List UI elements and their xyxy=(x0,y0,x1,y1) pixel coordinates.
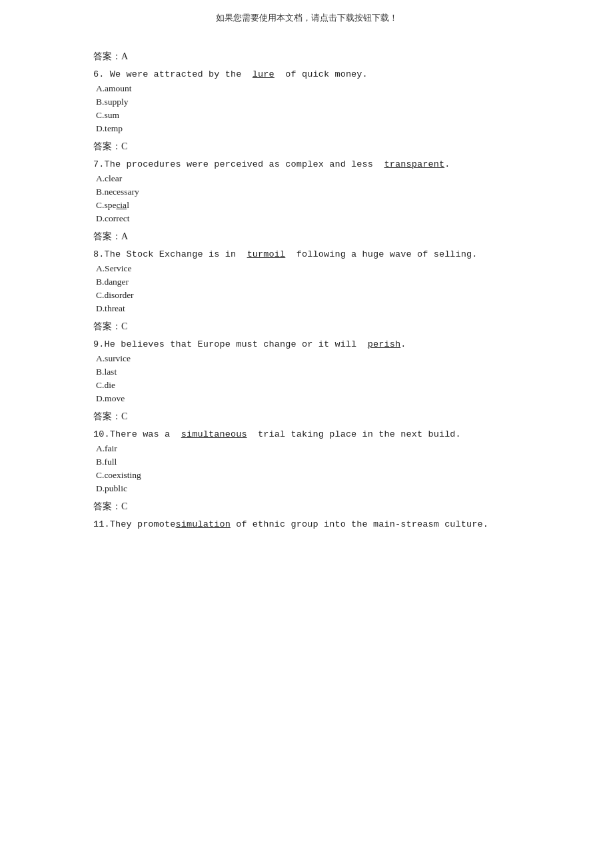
main-content: 答案：A 6. We were attracted by the lure of… xyxy=(0,31,613,560)
option-10d: D.public xyxy=(93,483,520,494)
option-7a: A.clear xyxy=(93,173,520,184)
answer-7: 答案：A xyxy=(93,231,520,243)
answer-9: 答案：C xyxy=(93,411,520,423)
question-6: 6. We were attracted by the lure of quic… xyxy=(93,69,520,79)
option-9c: C.die xyxy=(93,380,520,391)
underline-word-transparent: transparent xyxy=(384,159,445,169)
answer-8: 答案：C xyxy=(93,321,520,333)
question-8: 8.The Stock Exchange is in turmoil follo… xyxy=(93,249,520,259)
underline-word-turmoil: turmoil xyxy=(247,249,286,259)
option-9d: D.move xyxy=(93,393,520,404)
option-6c: C.sum xyxy=(93,110,520,121)
option-7c: C.special xyxy=(93,200,520,211)
option-6a: A.amount xyxy=(93,83,520,94)
question-11: 11.They promotesimulation of ethnic grou… xyxy=(93,519,520,529)
option-6d: D.temp xyxy=(93,123,520,134)
option-10b: B.full xyxy=(93,457,520,467)
option-8d: D.threat xyxy=(93,303,520,314)
option-6b: B.supply xyxy=(93,97,520,107)
question-10: 10.There was a simultaneous trial taking… xyxy=(93,429,520,439)
option-9a: A.survice xyxy=(93,353,520,364)
option-8c: C.disorder xyxy=(93,290,520,301)
answer-6: 答案：C xyxy=(93,141,520,153)
option-8a: A.Service xyxy=(93,263,520,274)
underline-word-perish: perish xyxy=(368,339,400,349)
option-10c: C.coexisting xyxy=(93,470,520,481)
underline-word-simultaneous: simultaneous xyxy=(181,429,247,439)
option-9b: B.last xyxy=(93,367,520,377)
top-banner: 如果您需要使用本文档，请点击下载按钮下载！ xyxy=(0,0,613,31)
question-7: 7.The procedures were perceived as compl… xyxy=(93,159,520,169)
option-7b: B.necessary xyxy=(93,187,520,197)
prev-answer: 答案：A xyxy=(93,51,520,63)
option-10a: A.fair xyxy=(93,443,520,454)
question-9: 9.He believes that Europe must change or… xyxy=(93,339,520,349)
answer-10: 答案：C xyxy=(93,501,520,513)
underline-word-lure: lure xyxy=(253,69,275,79)
option-7d: D.correct xyxy=(93,213,520,224)
banner-text: 如果您需要使用本文档，请点击下载按钮下载！ xyxy=(216,13,398,23)
underline-word-simulation: simulation xyxy=(176,519,231,529)
underline-special: cia xyxy=(116,200,127,210)
option-8b: B.danger xyxy=(93,277,520,287)
